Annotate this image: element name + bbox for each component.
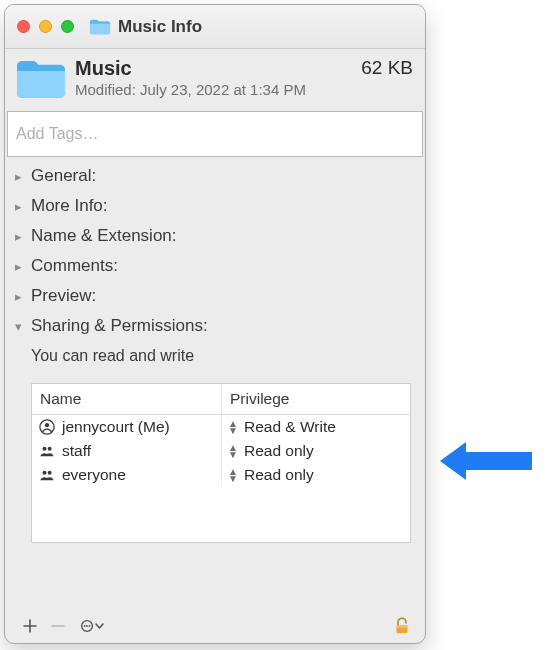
section-label: Preview: xyxy=(31,286,96,306)
chevron-down-icon: ▾ xyxy=(15,319,27,334)
chevron-right-icon: ▸ xyxy=(15,289,27,304)
lock-icon[interactable] xyxy=(391,615,413,637)
privilege-value: Read & Write xyxy=(244,418,336,436)
privilege-select[interactable]: Read only xyxy=(244,442,314,460)
privilege-value: Read only xyxy=(244,442,314,460)
tags-input[interactable] xyxy=(7,111,423,157)
svg-rect-11 xyxy=(397,625,408,628)
section-label: Sharing & Permissions: xyxy=(31,316,208,336)
section-preview[interactable]: ▸ Preview: xyxy=(5,281,425,311)
permission-summary: You can read and write xyxy=(5,343,425,373)
info-header: Music Modified: July 23, 2022 at 1:34 PM… xyxy=(5,49,425,111)
svg-point-1 xyxy=(45,423,49,427)
svg-point-8 xyxy=(86,625,88,627)
callout-arrow-icon xyxy=(436,438,540,484)
size-label: 62 KB xyxy=(361,57,413,79)
privilege-value: Read only xyxy=(244,466,314,484)
section-label: Name & Extension: xyxy=(31,226,177,246)
privilege-select[interactable]: Read only xyxy=(244,466,314,484)
group-icon xyxy=(38,466,56,484)
close-button[interactable] xyxy=(17,20,30,33)
footer-toolbar xyxy=(5,607,425,643)
section-sharing-permissions[interactable]: ▾ Sharing & Permissions: xyxy=(5,311,425,341)
stepper-icon[interactable]: ▲▼ xyxy=(228,468,238,482)
svg-point-5 xyxy=(48,471,52,475)
column-header-name[interactable]: Name xyxy=(32,384,222,415)
folder-icon-large xyxy=(15,57,67,103)
user-name: jennycourt (Me) xyxy=(62,418,170,436)
svg-point-4 xyxy=(43,471,47,475)
folder-icon xyxy=(88,16,112,38)
svg-point-7 xyxy=(84,625,86,627)
minimize-button[interactable] xyxy=(39,20,52,33)
section-more-info[interactable]: ▸ More Info: xyxy=(5,191,425,221)
column-header-privilege[interactable]: Privilege xyxy=(222,384,410,415)
section-label: Comments: xyxy=(31,256,118,276)
user-name: staff xyxy=(62,442,91,460)
section-label: More Info: xyxy=(31,196,108,216)
window-title: Music Info xyxy=(118,17,202,37)
svg-point-9 xyxy=(89,625,91,627)
action-menu-button[interactable] xyxy=(73,615,113,637)
section-general[interactable]: ▸ General: xyxy=(5,161,425,191)
group-icon xyxy=(38,442,56,460)
add-button[interactable] xyxy=(17,615,43,637)
titlebar: Music Info xyxy=(5,5,425,49)
svg-point-3 xyxy=(48,447,52,451)
permissions-table: Name Privilege jennycourt (Me) ▲▼ Read &… xyxy=(31,383,411,543)
user-name: everyone xyxy=(62,466,126,484)
remove-button[interactable] xyxy=(45,615,71,637)
person-icon xyxy=(38,418,56,436)
sections: ▸ General: ▸ More Info: ▸ Name & Extensi… xyxy=(5,157,425,343)
item-name: Music xyxy=(75,57,353,79)
section-name-extension[interactable]: ▸ Name & Extension: xyxy=(5,221,425,251)
get-info-window: Music Info Music Modified: July 23, 2022… xyxy=(4,4,426,644)
svg-point-2 xyxy=(43,447,47,451)
zoom-button[interactable] xyxy=(61,20,74,33)
window-controls xyxy=(17,20,74,33)
privilege-select[interactable]: Read & Write xyxy=(244,418,336,436)
stepper-icon[interactable]: ▲▼ xyxy=(228,420,238,434)
chevron-right-icon: ▸ xyxy=(15,229,27,244)
chevron-right-icon: ▸ xyxy=(15,199,27,214)
chevron-right-icon: ▸ xyxy=(15,259,27,274)
chevron-right-icon: ▸ xyxy=(15,169,27,184)
stepper-icon[interactable]: ▲▼ xyxy=(228,444,238,458)
tags-field-wrap xyxy=(7,111,423,157)
permission-summary-text: You can read and write xyxy=(31,347,194,364)
section-label: General: xyxy=(31,166,96,186)
section-comments[interactable]: ▸ Comments: xyxy=(5,251,425,281)
modified-label: Modified: July 23, 2022 at 1:34 PM xyxy=(75,81,353,98)
